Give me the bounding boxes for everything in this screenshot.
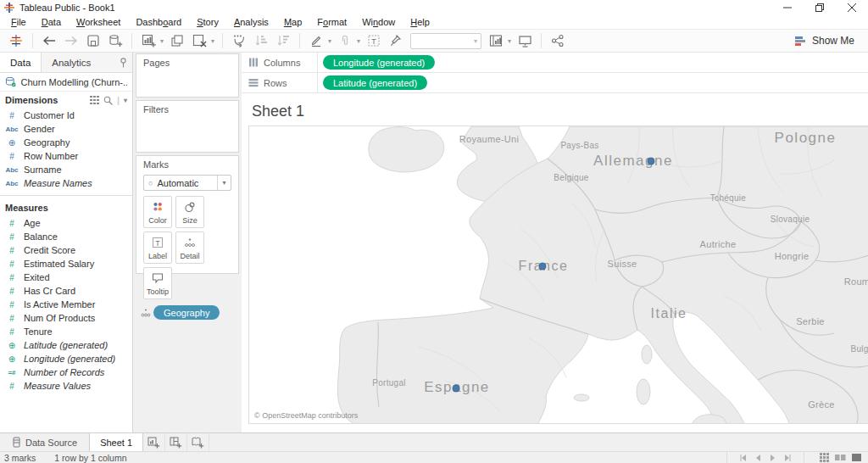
menu-map[interactable]: Map xyxy=(276,17,309,27)
menu-file[interactable]: File xyxy=(3,17,34,27)
tableau-logo-toolbar-icon[interactable] xyxy=(6,31,26,51)
tab-analytics[interactable]: Analytics xyxy=(42,53,101,72)
map-mark[interactable] xyxy=(539,263,547,271)
color-button[interactable]: Color xyxy=(143,196,172,228)
next-sheet-icon[interactable] xyxy=(770,455,776,461)
measure-item[interactable]: #Estimated Salary xyxy=(0,257,132,271)
highlight-caret[interactable]: ▾ xyxy=(326,31,334,51)
sheet-tabs-bar: Data Source Sheet 1 xyxy=(0,432,868,451)
show-sheet-sorter-icon[interactable] xyxy=(820,453,829,462)
show-filmstrip-icon[interactable] xyxy=(835,453,846,462)
menu-window[interactable]: Window xyxy=(354,17,403,27)
menu-help[interactable]: Help xyxy=(403,17,437,27)
group-members-button[interactable] xyxy=(335,31,355,51)
menu-worksheet[interactable]: Worksheet xyxy=(69,17,128,27)
group-members-caret[interactable]: ▾ xyxy=(354,31,363,51)
measure-item[interactable]: #Age xyxy=(0,216,132,230)
dimension-item[interactable]: #Customer Id xyxy=(0,109,132,122)
menu-format[interactable]: Format xyxy=(309,17,354,27)
measure-item[interactable]: #Has Cr Card xyxy=(0,284,132,298)
map-mark[interactable] xyxy=(648,158,655,165)
clear-sheet-caret[interactable]: ▾ xyxy=(209,31,217,51)
new-worksheet-button[interactable] xyxy=(138,31,159,51)
measure-item[interactable]: #Is Active Member xyxy=(0,298,132,311)
measure-item[interactable]: #Measure Values xyxy=(0,379,132,393)
menu-dashboard[interactable]: Dashboard xyxy=(128,17,189,27)
dimension-item[interactable]: ⊕Geography xyxy=(0,136,132,149)
measure-item[interactable]: ⊕Longitude (generated) xyxy=(0,352,132,365)
measure-item[interactable]: #Num Of Products xyxy=(0,311,132,325)
new-worksheet-tab-button[interactable] xyxy=(143,433,165,451)
measure-item[interactable]: =#Number of Records xyxy=(0,365,132,379)
show-me-button[interactable]: Show Me xyxy=(787,35,863,47)
menu-data[interactable]: Data xyxy=(34,17,69,27)
map-mark[interactable] xyxy=(453,385,460,393)
menu-analysis[interactable]: Analysis xyxy=(226,17,276,27)
measure-item[interactable]: #Exited xyxy=(0,271,132,284)
redo-button[interactable] xyxy=(61,31,81,51)
clear-sheet-button[interactable] xyxy=(189,31,209,51)
show-tabs-icon[interactable] xyxy=(852,453,861,462)
measure-item[interactable]: #Tenure xyxy=(0,325,132,338)
dimension-item[interactable]: AbcSurname xyxy=(0,163,132,176)
measure-item[interactable]: #Balance xyxy=(0,230,132,243)
longitude-pill[interactable]: Longitude (generated) xyxy=(323,55,435,70)
presentation-mode-button[interactable] xyxy=(515,31,535,51)
measure-item[interactable]: ⊕Latitude (generated) xyxy=(0,338,132,352)
dimension-item[interactable]: AbcGender xyxy=(0,122,132,136)
swap-rows-columns-button[interactable] xyxy=(229,31,249,51)
find-field-icon[interactable] xyxy=(103,96,113,105)
field-label: Has Cr Card xyxy=(24,286,75,296)
tab-data[interactable]: Data xyxy=(0,53,42,72)
label-button[interactable]: TLabel xyxy=(143,232,172,264)
columns-shelf[interactable]: Columns Longitude (generated) xyxy=(242,53,868,73)
fit-dropdown[interactable]: ▾ xyxy=(410,33,481,49)
sort-descending-button[interactable] xyxy=(273,31,293,51)
pin-icon[interactable] xyxy=(120,53,132,72)
close-button[interactable] xyxy=(836,0,868,15)
show-hide-cards-caret[interactable]: ▾ xyxy=(505,31,514,51)
pane-splitter[interactable] xyxy=(0,195,132,196)
status-bar: 3 marks 1 row by 1 column xyxy=(0,451,868,463)
mark-type-dropdown[interactable]: ○ Automatic ▾ xyxy=(143,175,231,191)
last-sheet-icon[interactable] xyxy=(784,455,792,461)
minimize-button[interactable] xyxy=(771,0,804,15)
fix-axes-button[interactable] xyxy=(386,31,406,51)
map-view[interactable]: Royaume-UniPays-BasPologneAllemagneBelgi… xyxy=(248,126,868,424)
filters-card[interactable]: Filters xyxy=(136,100,239,153)
save-button[interactable] xyxy=(83,31,103,51)
new-worksheet-caret[interactable]: ▾ xyxy=(158,31,166,51)
dimensions-menu-caret[interactable]: ▾ xyxy=(124,97,127,104)
datasource-item[interactable]: Churn Modelling (Churn-... xyxy=(0,73,132,92)
pages-label: Pages xyxy=(136,54,238,71)
previous-sheet-icon[interactable] xyxy=(755,455,761,461)
new-story-tab-button[interactable] xyxy=(187,433,209,451)
tab-data-source[interactable]: Data Source xyxy=(0,433,89,451)
view-as-grid-icon[interactable] xyxy=(90,96,99,105)
dimension-item[interactable]: #Row Number xyxy=(0,149,132,163)
restore-button[interactable] xyxy=(804,0,836,15)
tableau-logo-icon xyxy=(4,3,14,13)
dimension-item[interactable]: AbcMeasure Names xyxy=(0,176,132,190)
rows-shelf[interactable]: Rows Latitude (generated) xyxy=(242,73,868,93)
show-mark-labels-button[interactable]: T xyxy=(364,31,384,51)
duplicate-button[interactable] xyxy=(167,31,187,51)
mark-type-caret[interactable]: ▾ xyxy=(217,176,231,190)
tooltip-button[interactable]: Tooltip xyxy=(143,267,172,299)
undo-button[interactable] xyxy=(39,31,59,51)
detail-button[interactable]: Detail xyxy=(175,232,204,264)
tab-sheet-1[interactable]: Sheet 1 xyxy=(89,433,143,451)
geography-pill[interactable]: Geography xyxy=(153,305,220,320)
share-button[interactable] xyxy=(548,31,568,51)
menu-story[interactable]: Story xyxy=(189,17,226,27)
measure-item[interactable]: #Credit Score xyxy=(0,243,132,257)
first-sheet-icon[interactable] xyxy=(739,455,747,461)
pages-card[interactable]: Pages xyxy=(136,53,239,98)
latitude-pill[interactable]: Latitude (generated) xyxy=(323,75,427,90)
show-hide-cards-button[interactable] xyxy=(486,31,506,51)
new-dashboard-tab-button[interactable] xyxy=(165,433,187,451)
highlight-button[interactable] xyxy=(306,31,326,51)
size-button[interactable]: Size xyxy=(175,196,204,228)
sort-ascending-button[interactable] xyxy=(251,31,271,51)
new-datasource-button[interactable] xyxy=(105,31,125,51)
